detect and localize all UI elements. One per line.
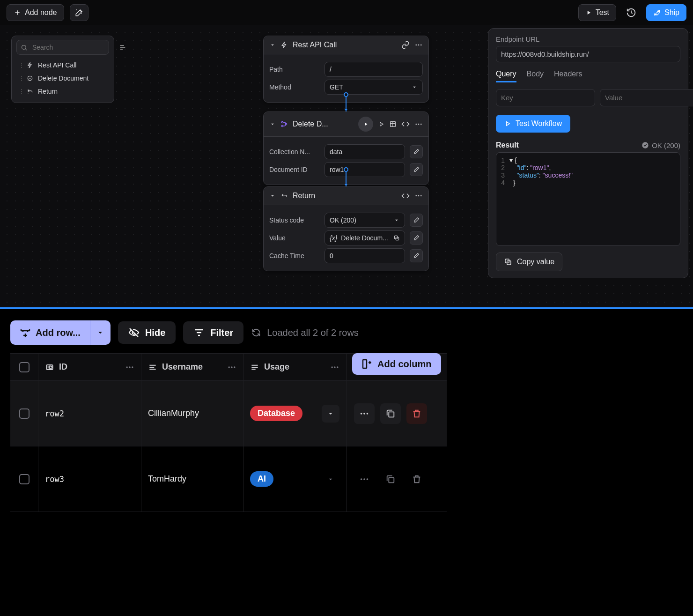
drag-handle-icon[interactable]: ⋮⋮: [18, 74, 22, 82]
workflow-canvas[interactable]: ⋮⋮ Rest API Call ⋮⋮ Delete Document ⋮⋮: [0, 25, 693, 307]
row-duplicate-button[interactable]: [380, 469, 401, 490]
add-row-dropdown[interactable]: [90, 320, 111, 345]
data-grid: Add column ID Username Usage: [10, 353, 447, 512]
edit-button[interactable]: [410, 214, 423, 227]
tab-query[interactable]: Query: [496, 70, 516, 82]
row-more-button[interactable]: [354, 403, 375, 424]
cell-username[interactable]: CillianMurphy: [148, 408, 199, 418]
row-duplicate-button[interactable]: [380, 403, 401, 424]
code-icon[interactable]: [401, 192, 410, 200]
chevron-down-icon[interactable]: [269, 193, 276, 199]
filter-button[interactable]: Filter: [183, 321, 243, 344]
result-code[interactable]: 1▾ { 2 "id": "row1", 3 "status": "succes…: [496, 152, 680, 246]
drag-handle-icon[interactable]: ⋮⋮: [18, 88, 22, 95]
column-more-icon[interactable]: [125, 363, 134, 372]
api-icon: [280, 41, 288, 49]
svg-point-11: [418, 124, 420, 125]
hide-button[interactable]: Hide: [118, 321, 176, 344]
cell-id[interactable]: row3: [45, 475, 64, 484]
svg-point-28: [234, 366, 235, 368]
outline-item-delete[interactable]: ⋮⋮ Delete Document: [16, 72, 109, 85]
tab-headers[interactable]: Headers: [554, 70, 582, 82]
outline-item-return[interactable]: ⋮⋮ Return: [16, 85, 109, 98]
svg-point-26: [229, 366, 230, 368]
outline-item-rest[interactable]: ⋮⋮ Rest API Call: [16, 59, 109, 72]
endpoint-label: Endpoint URL: [496, 35, 680, 43]
usage-dropdown[interactable]: [322, 405, 339, 423]
history-button[interactable]: [622, 3, 641, 22]
status-text: OK (200): [652, 141, 680, 149]
row-more-button[interactable]: [354, 469, 375, 490]
add-row-button[interactable]: Add row...: [10, 320, 90, 345]
list-icon[interactable]: [119, 44, 126, 51]
edit-button[interactable]: [410, 163, 423, 176]
edit-button[interactable]: [410, 145, 423, 158]
column-more-icon[interactable]: [330, 363, 339, 372]
document-id-field[interactable]: row1: [324, 162, 405, 177]
test-workflow-button[interactable]: Test Workflow: [496, 115, 570, 133]
ship-button[interactable]: Ship: [646, 4, 686, 21]
usage-dropdown[interactable]: [322, 470, 339, 488]
outline-search[interactable]: [16, 40, 109, 55]
svg-point-30: [334, 366, 335, 368]
row-delete-button[interactable]: [406, 469, 427, 490]
drag-handle-icon[interactable]: ⋮⋮: [18, 61, 22, 69]
table-row[interactable]: row2 CillianMurphy Database: [10, 381, 447, 446]
row-actions: [354, 381, 427, 446]
add-column-button[interactable]: Add column: [352, 353, 441, 375]
cache-field[interactable]: 0: [324, 248, 405, 263]
magic-wand-button[interactable]: [70, 4, 88, 21]
edit-button[interactable]: [410, 231, 423, 245]
copy-value-button[interactable]: Copy value: [496, 252, 562, 271]
node-return[interactable]: Return Status code OK (200) Value {x}: [263, 186, 429, 271]
usage-chip[interactable]: Database: [250, 406, 302, 421]
hide-label: Hide: [145, 327, 165, 338]
svg-point-8: [285, 123, 287, 125]
svg-rect-39: [389, 477, 394, 482]
chevron-down-icon[interactable]: [269, 42, 276, 48]
outline-label: Delete Document: [38, 74, 88, 82]
table-row[interactable]: row3 TomHardy AI: [10, 446, 447, 512]
link-icon[interactable]: [401, 41, 410, 49]
endpoint-url[interactable]: https://008vd0.buildship.run/: [496, 46, 680, 62]
path-value: /: [330, 66, 332, 73]
tab-body[interactable]: Body: [527, 70, 544, 82]
loaded-text: Loaded all 2 of 2 rows: [267, 327, 359, 338]
method-select[interactable]: GET: [324, 80, 423, 95]
filter-label: Filter: [210, 327, 233, 338]
row-checkbox[interactable]: [19, 474, 29, 484]
play-outline-icon[interactable]: [378, 121, 384, 127]
copy-icon[interactable]: [393, 235, 400, 241]
add-row-icon: [20, 327, 31, 338]
query-value-input[interactable]: [600, 89, 693, 106]
path-field[interactable]: /: [324, 62, 423, 77]
cell-username[interactable]: TomHardy: [148, 474, 186, 484]
column-more-icon[interactable]: [227, 363, 236, 372]
hide-icon: [128, 327, 140, 338]
more-icon[interactable]: [414, 120, 423, 128]
query-key-input[interactable]: [496, 89, 595, 106]
code-icon[interactable]: [401, 120, 410, 128]
more-icon[interactable]: [414, 192, 423, 200]
run-step-button[interactable]: [358, 117, 373, 132]
rocket-icon: [653, 9, 661, 16]
usage-chip[interactable]: AI: [250, 471, 273, 487]
text-icon: [148, 363, 157, 372]
select-icon: [250, 363, 259, 372]
filter-icon: [193, 327, 205, 338]
row-checkbox[interactable]: [19, 408, 29, 419]
add-node-button[interactable]: Add node: [7, 4, 64, 21]
collection-field[interactable]: data: [324, 144, 405, 159]
svg-point-23: [126, 366, 128, 368]
outline-search-input[interactable]: [31, 43, 115, 52]
value-field[interactable]: {x} Delete Docum...: [324, 230, 405, 245]
chevron-down-icon[interactable]: [269, 121, 276, 127]
status-select[interactable]: OK (200): [324, 213, 405, 228]
select-all-checkbox[interactable]: [19, 362, 29, 372]
cell-id[interactable]: row2: [45, 409, 64, 418]
table-icon[interactable]: [389, 120, 397, 128]
row-delete-button[interactable]: [406, 403, 427, 424]
more-icon[interactable]: [414, 41, 423, 49]
test-button[interactable]: Test: [578, 4, 616, 21]
edit-button[interactable]: [410, 249, 423, 262]
